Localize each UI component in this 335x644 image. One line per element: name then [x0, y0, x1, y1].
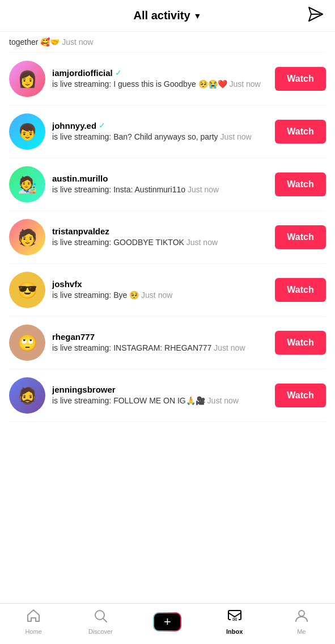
discover-icon — [93, 608, 108, 626]
avatar-josh: 😎 — [9, 272, 45, 308]
username-row-josh: joshvfx — [52, 279, 268, 289]
svg-point-7 — [299, 611, 304, 616]
header: All activity ▼ — [0, 0, 335, 32]
nav-item-inbox[interactable]: ✉ Inbox — [218, 608, 252, 635]
timestamp-jennings: Just now — [207, 396, 239, 405]
username-row-johnnyy: johnnyy.ed ✓ — [52, 121, 268, 131]
activity-desc-josh: is live streaming: Bye 🥺 Just now — [52, 290, 268, 301]
profile-icon — [294, 608, 309, 626]
partial-activity-item: together 🥰🤝 Just now — [9, 32, 326, 53]
watch-button-tristan[interactable]: Watch — [275, 225, 326, 249]
activity-desc-johnnyy: is live streaming: Ban? Child anyways so… — [52, 132, 268, 143]
username-row-tristan: tristanpvaldez — [52, 226, 268, 236]
timestamp-josh: Just now — [141, 291, 172, 300]
activity-item-josh: 😎 joshvfx is live streaming: Bye 🥺 Just … — [9, 264, 326, 317]
activity-item-rhegan: 🙄 rhegan777 is live streaming: INSTAGRAM… — [9, 317, 326, 369]
activity-desc-austin: is live streaming: Insta: Austinmuri11o … — [52, 184, 268, 196]
activity-item-tristan: 🧑 tristanpvaldez is live streaming: GOOD… — [9, 211, 326, 264]
watch-button-josh[interactable]: Watch — [275, 278, 326, 302]
header-title[interactable]: All activity ▼ — [134, 9, 202, 22]
activity-text-tristan: tristanpvaldez is live streaming: GOODBY… — [52, 226, 268, 249]
username-row-jordi: iamjordiofficial ✓ — [52, 68, 268, 78]
nav-item-create[interactable]: + — [150, 612, 184, 632]
timestamp-jordi: Just now — [229, 79, 260, 89]
timestamp-tristan: Just now — [186, 238, 218, 247]
avatar-jordi: 👩 — [9, 61, 45, 97]
nav-label-discover: Discover — [88, 628, 113, 635]
username-row-austin: austin.murillo — [52, 174, 268, 183]
activity-item-jennings: 🧔 jenningsbrower is live streaming: FOLL… — [9, 369, 326, 422]
avatar-rhegan: 🙄 — [9, 325, 45, 361]
activity-item-austin: 🧑‍🎨 austin.murillo is live streaming: In… — [9, 158, 326, 211]
timestamp-johnnyy: Just now — [220, 132, 251, 141]
watch-button-johnnyy[interactable]: Watch — [275, 120, 326, 144]
avatar-johnnyy: 👦 — [9, 113, 45, 150]
timestamp-rhegan: Just now — [214, 343, 245, 352]
watch-button-rhegan[interactable]: Watch — [275, 331, 326, 355]
activity-list: together 🥰🤝 Just now 👩 iamjordiofficial … — [0, 32, 335, 603]
activity-text-rhegan: rhegan777 is live streaming: INSTAGRAM: … — [52, 332, 268, 354]
activity-desc-jordi: is live streaming: I guess this is Goodb… — [52, 79, 268, 90]
svg-point-2 — [95, 611, 104, 620]
nav-label-home: Home — [25, 628, 41, 635]
nav-label-me: Me — [297, 628, 306, 635]
watch-button-austin[interactable]: Watch — [275, 172, 326, 196]
activity-text-johnnyy: johnnyy.ed ✓ is live streaming: Ban? Chi… — [52, 121, 268, 143]
username-johnnyy: johnnyy.ed — [52, 121, 96, 131]
svg-text:✉: ✉ — [232, 616, 237, 622]
nav-item-me[interactable]: Me — [285, 608, 319, 635]
username-austin: austin.murillo — [52, 174, 108, 183]
username-row-jennings: jenningsbrower — [52, 385, 268, 394]
username-jennings: jenningsbrower — [52, 385, 116, 394]
home-icon — [26, 608, 41, 626]
nav-label-inbox: Inbox — [226, 628, 243, 635]
chevron-down-icon: ▼ — [194, 11, 202, 20]
send-icon[interactable] — [308, 6, 324, 26]
bottom-navigation: Home Discover + ✉ Inbox — [0, 603, 335, 644]
watch-button-jennings[interactable]: Watch — [275, 384, 326, 407]
create-plus-button[interactable]: + — [153, 612, 181, 632]
avatar-austin: 🧑‍🎨 — [9, 166, 45, 203]
activity-text-josh: joshvfx is live streaming: Bye 🥺 Just no… — [52, 279, 268, 301]
activity-desc-rhegan: is live streaming: INSTAGRAM: RHEGAN777 … — [52, 343, 268, 354]
verified-icon-jordi: ✓ — [115, 68, 122, 77]
activity-text-austin: austin.murillo is live streaming: Insta:… — [52, 174, 268, 196]
nav-item-home[interactable]: Home — [16, 608, 50, 635]
activity-item-jordi: 👩 iamjordiofficial ✓ is live streaming: … — [9, 53, 326, 106]
activity-desc-tristan: is live streaming: GOODBYE TIKTOK Just n… — [52, 237, 268, 249]
avatar-jennings: 🧔 — [9, 377, 45, 414]
username-rhegan: rhegan777 — [52, 332, 95, 342]
username-josh: joshvfx — [52, 279, 82, 289]
username-jordi: iamjordiofficial — [52, 68, 113, 78]
username-tristan: tristanpvaldez — [52, 226, 109, 236]
activity-desc-jennings: is live streaming: FOLLOW ME ON IG🙏🎥 Jus… — [52, 395, 268, 407]
all-activity-label: All activity — [134, 9, 190, 22]
plus-icon: + — [164, 616, 171, 628]
activity-item-johnnyy: 👦 johnnyy.ed ✓ is live streaming: Ban? C… — [9, 106, 326, 158]
timestamp-austin: Just now — [188, 185, 219, 194]
watch-button-jordi[interactable]: Watch — [275, 67, 326, 91]
partial-description: together 🥰🤝 — [9, 37, 60, 47]
avatar-tristan: 🧑 — [9, 219, 45, 255]
verified-icon-johnnyy: ✓ — [99, 121, 105, 130]
activity-text-jordi: iamjordiofficial ✓ is live streaming: I … — [52, 68, 268, 90]
inbox-icon: ✉ — [227, 608, 242, 626]
svg-line-3 — [104, 619, 107, 622]
activity-text-jennings: jenningsbrower is live streaming: FOLLOW… — [52, 385, 268, 407]
username-row-rhegan: rhegan777 — [52, 332, 268, 342]
nav-item-discover[interactable]: Discover — [83, 608, 117, 635]
partial-timestamp: Just now — [62, 37, 93, 47]
partial-text: together 🥰🤝 Just now — [9, 37, 326, 47]
